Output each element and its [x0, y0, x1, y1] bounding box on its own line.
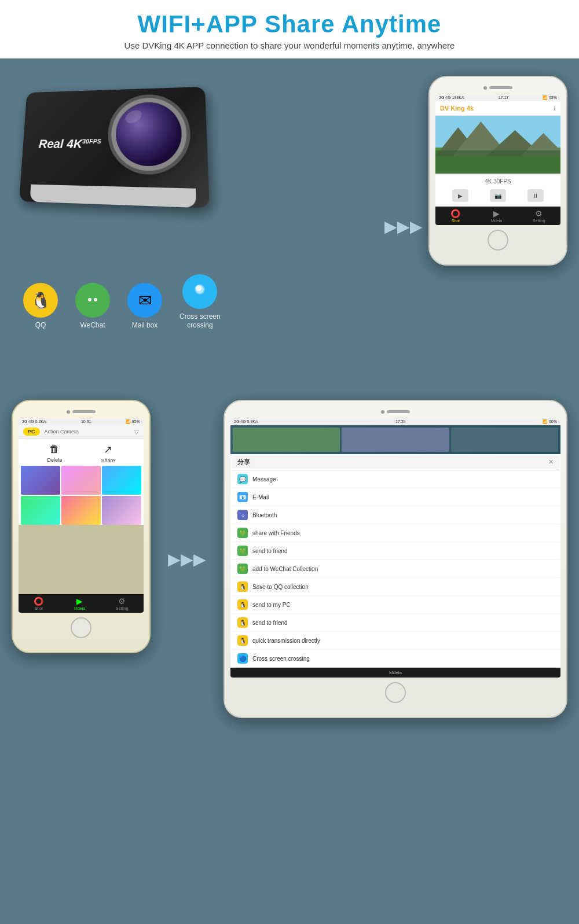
- delete-label: Delete: [47, 457, 62, 463]
- phone3-thumb-row: [233, 428, 558, 452]
- gallery-cell-4[interactable]: [21, 496, 60, 525]
- phone1-battery: 📶 63%: [543, 95, 557, 100]
- phone3-status-bar: 2G 4G 0.9K/s 17:29 📶 60%: [230, 418, 560, 425]
- phone1-tab-bar: ⭕ Shot ▶ Mdeia ⚙ Setting: [435, 207, 560, 225]
- phone3-bg-preview: [230, 425, 560, 454]
- sharing-icons-row: 🐧 QQ WeChat ✉ Mail box Cr: [12, 274, 379, 330]
- phone1-tab-media[interactable]: ▶ Mdeia: [491, 209, 502, 223]
- phone1-tab-shot[interactable]: ⭕ Shot: [450, 209, 460, 223]
- wechat-collection-icon: 💚: [237, 564, 248, 574]
- phone3-time: 17:29: [395, 419, 406, 424]
- phone1-info-icon: ℹ: [554, 105, 556, 112]
- thumb3: [451, 428, 558, 452]
- shot-label: Shot: [452, 219, 460, 223]
- camera-label: Real 4K30FPS: [38, 137, 101, 152]
- gallery-cell-3[interactable]: [102, 466, 141, 495]
- share-label: Share: [101, 458, 115, 463]
- gallery-cell-6[interactable]: [102, 496, 141, 525]
- phone1-signal: 2G 4G 198K/s: [439, 95, 464, 100]
- bluetooth-icon: ⬦: [237, 510, 248, 520]
- wechat-friends-icon: 💚: [237, 528, 248, 538]
- qq-friend-icon: 🐧: [237, 617, 248, 628]
- wechat-send-icon: 💚: [237, 546, 248, 556]
- share-modal-close[interactable]: ✕: [548, 458, 554, 466]
- thumb1: [233, 428, 340, 452]
- ctrl-video[interactable]: ▶: [452, 189, 468, 202]
- share-item-cross: Cross screencrossing: [179, 274, 221, 330]
- phone2-shot-label: Shot: [35, 606, 43, 610]
- svg-point-1: [94, 298, 97, 301]
- phone2-tab-media[interactable]: ▶ Mdeia: [74, 597, 85, 610]
- page-title: WIFI+APP Share Anytime: [12, 10, 567, 38]
- tab-action-camera[interactable]: Action Camera: [42, 428, 82, 436]
- gallery-cell-2[interactable]: [61, 466, 101, 495]
- main-content: Real 4K30FPS 🐧 QQ WeChat ✉ Mail box: [0, 58, 579, 735]
- gallery-cell-1[interactable]: [21, 466, 60, 495]
- svg-point-4: [196, 285, 201, 291]
- media-label: Mdeia: [491, 219, 502, 223]
- phone2-tab-setting[interactable]: ⚙ Setting: [116, 597, 129, 610]
- share-item-message[interactable]: 💬 Message: [232, 470, 559, 488]
- qq-label: QQ: [35, 321, 46, 330]
- phone1-speaker: [489, 86, 512, 89]
- phone1-fps: 4K 30FPS: [435, 174, 560, 187]
- tab-pc[interactable]: PC: [23, 428, 40, 436]
- phone3-tab-media[interactable]: Mdeia: [389, 670, 402, 675]
- phone1-tab-setting[interactable]: ⚙ Setting: [533, 209, 545, 223]
- share-modal: 分享 ✕ 💬 Message 📧 E-Mail ⬦ Bluetooth: [232, 454, 559, 668]
- gallery-cell-5[interactable]: [61, 496, 101, 525]
- phone3-camera: [381, 410, 384, 414]
- share-item-qq-save[interactable]: 🐧 Save to QQ collection: [232, 578, 559, 596]
- arrow-to-phone3: ▶▶▶: [168, 550, 206, 569]
- share-icon: ↗: [104, 443, 112, 456]
- share-item-qq-friend[interactable]: 🐧 send to friend: [232, 614, 559, 632]
- phone2-expand-icon: ▽: [134, 429, 139, 435]
- share-item-wechat-collection[interactable]: 💚 add to WeChat Collection: [232, 560, 559, 578]
- cross-screen-icon: 🔵: [237, 653, 248, 664]
- ctrl-pause[interactable]: ⏸: [527, 189, 544, 202]
- phone2-home-button[interactable]: [71, 617, 91, 638]
- camera-body: Real 4K30FPS: [19, 87, 210, 208]
- phone2-tabs-bar: PC Action Camera ▽: [19, 425, 144, 439]
- delete-action[interactable]: 🗑 Delete: [47, 443, 62, 463]
- phone2-shot-icon: ⭕: [34, 597, 43, 606]
- share-item-qq-quick[interactable]: 🐧 quick transmission directly: [232, 632, 559, 650]
- phone2-speaker: [72, 410, 96, 413]
- cross-icon: [182, 274, 217, 309]
- phone3-mockup: 2G 4G 0.9K/s 17:29 📶 60% 分享 ✕: [223, 400, 567, 718]
- phone1-image: [435, 116, 560, 174]
- phone2-tab-bar: ⭕ Shot ▶ Mdeia ⚙ Setting: [19, 594, 144, 613]
- qq-save-label: Save to QQ collection: [252, 584, 309, 590]
- qq-quick-icon: 🐧: [237, 635, 248, 646]
- qq-pc-label: send to my PC: [252, 602, 291, 608]
- share-item-qq-pc[interactable]: 🐧 send to my PC: [232, 596, 559, 614]
- share-item-email[interactable]: 📧 E-Mail: [232, 488, 559, 506]
- phone2-battery: 📶 85%: [126, 419, 140, 424]
- phone2-tab-shot[interactable]: ⭕ Shot: [34, 597, 43, 610]
- phone1-home-button[interactable]: [488, 230, 508, 251]
- share-item-wechat-friends[interactable]: 💚 share with Friends: [232, 524, 559, 542]
- share-modal-title: 分享: [237, 458, 250, 466]
- phone2-tab-group: PC Action Camera: [23, 428, 81, 436]
- phone1-controls: ▶ 📷 ⏸: [435, 187, 560, 207]
- phone2-screen: 2G 4G 0.2K/s 10:31 📶 85% PC Action Camer…: [19, 418, 144, 613]
- setting-icon: ⚙: [535, 209, 543, 218]
- message-icon: 💬: [237, 474, 248, 484]
- phone1-camera: [483, 86, 487, 90]
- phone3-home-button[interactable]: [385, 682, 406, 703]
- share-item-cross-screen[interactable]: 🔵 Cross screen crossing: [232, 650, 559, 668]
- email-label: E-Mail: [252, 494, 269, 500]
- qq-save-icon: 🐧: [237, 581, 248, 592]
- mail-label: Mail box: [132, 321, 158, 330]
- share-action[interactable]: ↗ Share: [101, 443, 115, 463]
- share-item-bluetooth[interactable]: ⬦ Bluetooth: [232, 506, 559, 524]
- share-item-qq: 🐧 QQ: [23, 283, 58, 330]
- phone2-setting-label: Setting: [116, 606, 129, 610]
- camera-lens: [115, 102, 182, 167]
- phone2-media-icon: ▶: [76, 597, 83, 606]
- phone2-camera: [67, 410, 70, 414]
- wechat-icon: [75, 283, 110, 318]
- ctrl-photo[interactable]: 📷: [490, 189, 506, 202]
- share-item-wechat-send[interactable]: 💚 send to friend: [232, 542, 559, 560]
- qq-friend-label: send to friend: [252, 620, 288, 626]
